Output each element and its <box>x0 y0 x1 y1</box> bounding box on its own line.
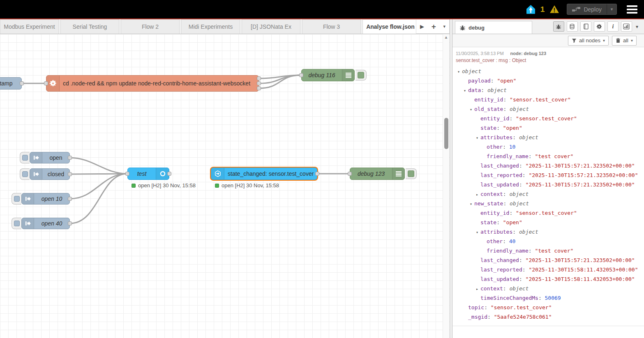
sidebar-tool-config[interactable] <box>580 21 591 32</box>
canvas-vertical-scrollbar[interactable]: ▲ <box>443 34 449 338</box>
collapse-arrow-icon[interactable]: ▾ <box>476 228 480 237</box>
debug-tree-row: last_updated: "2025-11-30T15:58:11.43205… <box>456 274 641 284</box>
tab-flow-2[interactable]: Flow 2 <box>121 19 180 34</box>
expand-arrow-icon[interactable]: ▸ <box>476 284 480 293</box>
collapse-arrow-icon[interactable]: ▾ <box>470 199 474 208</box>
node-test[interactable]: test <box>127 168 169 180</box>
tree-value: "sensor.test_cover" <box>516 210 577 216</box>
wire[interactable] <box>70 174 127 174</box>
tab-d-jsonata-ex[interactable]: [D] JSONata Ex <box>242 19 300 34</box>
debug-toggle-button[interactable] <box>355 70 367 80</box>
deploy-options-caret[interactable]: ▾ <box>607 4 616 14</box>
port-exec-out0[interactable] <box>257 76 261 80</box>
scrollbar-thumb[interactable] <box>444 118 448 149</box>
tab-serial-testing[interactable]: Serial Testing <box>60 19 119 34</box>
filter-icon <box>572 38 577 43</box>
node-inject-open-10[interactable]: open 10 <box>21 193 70 205</box>
collapse-arrow-icon[interactable]: ▾ <box>470 105 474 114</box>
node-label: debug 116 <box>302 69 342 81</box>
workspace: Modbus ExperimentSerial TestingFlow 2Mid… <box>0 19 450 338</box>
inject-button[interactable] <box>12 193 21 205</box>
port-test-out[interactable] <box>167 172 171 176</box>
node-timestamp[interactable]: stamp <box>0 77 22 90</box>
port-inject-open-out[interactable] <box>68 156 72 160</box>
port-debug116-in[interactable] <box>299 73 303 77</box>
debug-toggle-button[interactable] <box>406 168 417 179</box>
sidebar-resize-handle[interactable] <box>450 19 452 338</box>
tab-list-caret-icon[interactable]: ▾ <box>443 24 446 29</box>
flow-tabbar: Modbus ExperimentSerial TestingFlow 2Mid… <box>0 19 450 34</box>
home-assistant-icon[interactable] <box>525 4 536 15</box>
node-state-changed[interactable]: state_changed: sensor.test_cover <box>211 168 317 180</box>
add-flow-button[interactable]: + <box>432 22 436 31</box>
port-exec-out1[interactable] <box>257 81 261 85</box>
tree-key: last_changed <box>480 257 519 263</box>
collapse-arrow-icon[interactable]: ▾ <box>464 86 468 95</box>
tree-key: data <box>468 87 481 93</box>
port-state-changed-out[interactable] <box>315 172 319 176</box>
node-inject-closed[interactable]: closed <box>30 168 70 180</box>
tab-scroll-right-icon[interactable]: ▶ <box>420 23 424 30</box>
node-status: open [H2] 30 Nov, 15:58 <box>132 182 196 189</box>
port-timestamp-out[interactable] <box>20 81 24 85</box>
deploy-button[interactable]: Deploy ▾ <box>567 4 617 15</box>
debug-message-list: 11/30/2025, 3:58:13 PM node: debug 123 s… <box>452 47 644 338</box>
sidebar-tool-context[interactable] <box>567 21 578 32</box>
inject-button[interactable] <box>12 218 21 229</box>
node-debug123[interactable]: debug 123 <box>350 168 405 180</box>
tree-value: "2025-11-30T15:57:21.323502+00:00" <box>526 163 635 169</box>
tree-key: last_reported <box>480 172 522 178</box>
debug-filter-button[interactable]: all nodes ▾ <box>568 36 609 46</box>
port-inject-closed-out[interactable] <box>68 172 72 176</box>
wire[interactable] <box>70 174 127 199</box>
inject-button[interactable] <box>20 152 30 163</box>
tree-key: entity_id <box>474 97 503 103</box>
sidebar-tool-info[interactable]: i <box>607 21 619 32</box>
tab-analyse-flow-json[interactable]: Analyse flow.json <box>362 19 418 34</box>
debug-clear-button[interactable]: all ▾ <box>612 36 637 46</box>
tab-midi-experiments[interactable]: Midi Experiments <box>181 19 240 34</box>
scroll-up-icon[interactable]: ▲ <box>443 35 449 39</box>
port-inject-open-40-out[interactable] <box>68 221 72 225</box>
sidebar-tab-debug[interactable]: debug <box>455 21 532 34</box>
inject-button[interactable] <box>20 168 30 180</box>
sidebar-tool-debug[interactable] <box>553 21 564 32</box>
collapse-arrow-icon[interactable]: ▾ <box>476 133 480 142</box>
sidebar: debug <box>452 19 644 338</box>
port-exec-in[interactable] <box>44 81 48 85</box>
notification-count[interactable]: 1 <box>540 5 545 14</box>
tab-flow-3[interactable]: Flow 3 <box>302 19 361 34</box>
menu-button[interactable] <box>627 5 637 14</box>
flow-canvas[interactable]: ▲ stampcd .node-red && npm update node-r… <box>0 34 450 338</box>
warning-icon[interactable] <box>549 5 559 14</box>
node-inject-open[interactable]: open <box>30 152 70 163</box>
debug-tree-row: last_updated: "2025-11-30T15:57:21.32350… <box>456 180 641 189</box>
tab-modbus-experiment[interactable]: Modbus Experiment <box>0 19 59 34</box>
sidebar-tool-dashboard[interactable] <box>621 21 632 32</box>
node-inject-open-40[interactable]: open 40 <box>21 218 70 229</box>
tree-value: "2025-11-30T15:57:21.323502+00:00" <box>526 182 635 188</box>
debug-tree-row: ▾object <box>456 67 641 76</box>
sidebar-tools-caret-icon[interactable]: ▾ <box>636 24 638 30</box>
debug-tree-row: entity_id: "sensor.test_cover" <box>456 95 641 104</box>
port-inject-open-10-out[interactable] <box>68 197 72 201</box>
sidebar-tool-settings[interactable] <box>594 21 605 32</box>
bug-icon <box>459 25 466 31</box>
debug-tree-row: state: "open" <box>456 123 641 133</box>
debug-tree-row: _msgid: "5aafe524e758c061" <box>456 312 641 322</box>
node-exec[interactable]: cd .node-red && npm update node-red-cont… <box>46 75 259 92</box>
port-debug123-in[interactable] <box>348 172 352 176</box>
wire[interactable] <box>70 158 127 174</box>
sidebar-tab-label: debug <box>469 25 485 31</box>
debug-message-node: node: debug 123 <box>510 51 546 56</box>
tree-key: old_state <box>474 106 503 112</box>
expand-arrow-icon[interactable]: ▸ <box>476 190 480 199</box>
port-exec-out2[interactable] <box>257 86 261 90</box>
node-debug116[interactable]: debug 116 <box>301 69 355 81</box>
tree-key: payload <box>468 78 491 84</box>
wire[interactable] <box>70 174 127 223</box>
collapse-arrow-icon[interactable]: ▾ <box>457 67 462 76</box>
node-label: closed <box>42 169 69 179</box>
port-test-in[interactable] <box>125 172 129 176</box>
debug-tree-row: last_changed: "2025-11-30T15:57:21.32350… <box>456 255 641 265</box>
